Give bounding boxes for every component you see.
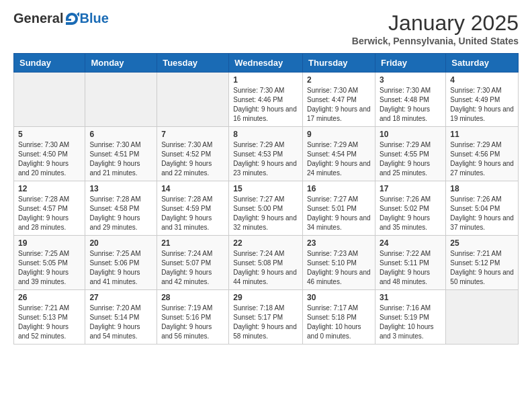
table-row: 13Sunrise: 7:28 AMSunset: 4:58 PMDayligh… xyxy=(85,181,157,236)
day-info: Sunrise: 7:30 AMSunset: 4:52 PMDaylight:… xyxy=(161,140,224,178)
table-row: 11Sunrise: 7:29 AMSunset: 4:56 PMDayligh… xyxy=(446,127,519,181)
day-info: Sunrise: 7:24 AMSunset: 5:07 PMDaylight:… xyxy=(161,249,224,287)
day-number: 31 xyxy=(380,293,441,302)
day-info: Sunrise: 7:22 AMSunset: 5:11 PMDaylight:… xyxy=(380,249,441,287)
header-wednesday: Wednesday xyxy=(229,54,303,73)
table-row: 10Sunrise: 7:29 AMSunset: 4:55 PMDayligh… xyxy=(375,127,445,181)
header-monday: Monday xyxy=(85,54,157,73)
day-number: 28 xyxy=(161,293,224,302)
day-info: Sunrise: 7:30 AMSunset: 4:50 PMDaylight:… xyxy=(18,140,81,178)
table-row: 14Sunrise: 7:28 AMSunset: 4:59 PMDayligh… xyxy=(157,181,229,236)
day-number: 19 xyxy=(18,238,81,248)
day-number: 2 xyxy=(307,75,371,85)
day-number: 15 xyxy=(233,184,298,193)
day-info: Sunrise: 7:24 AMSunset: 5:08 PMDaylight:… xyxy=(233,249,298,287)
header-tuesday: Tuesday xyxy=(157,54,229,73)
table-row: 30Sunrise: 7:17 AMSunset: 5:18 PMDayligh… xyxy=(303,290,375,345)
table-row: 6Sunrise: 7:30 AMSunset: 4:51 PMDaylight… xyxy=(85,127,157,181)
day-number: 17 xyxy=(380,184,441,193)
day-number: 8 xyxy=(233,130,298,139)
calendar-week-4: 19Sunrise: 7:25 AMSunset: 5:05 PMDayligh… xyxy=(14,236,519,290)
location: Berwick, Pennsylvania, United States xyxy=(352,36,519,46)
day-number: 1 xyxy=(233,75,298,85)
day-number: 25 xyxy=(450,238,514,248)
title-section: January 2025 Berwick, Pennsylvania, Unit… xyxy=(352,11,519,46)
table-row: 5Sunrise: 7:30 AMSunset: 4:50 PMDaylight… xyxy=(14,127,85,181)
table-row: 27Sunrise: 7:20 AMSunset: 5:14 PMDayligh… xyxy=(85,290,157,345)
table-row: 21Sunrise: 7:24 AMSunset: 5:07 PMDayligh… xyxy=(157,236,229,290)
table-row: 16Sunrise: 7:27 AMSunset: 5:01 PMDayligh… xyxy=(303,181,375,236)
day-number: 12 xyxy=(18,184,81,193)
header-sunday: Sunday xyxy=(14,54,85,73)
table-row: 18Sunrise: 7:26 AMSunset: 5:04 PMDayligh… xyxy=(446,181,519,236)
logo-general-text: General xyxy=(13,11,63,26)
day-number: 21 xyxy=(161,238,224,248)
day-number: 13 xyxy=(89,184,152,193)
table-row: 2Sunrise: 7:30 AMSunset: 4:47 PMDaylight… xyxy=(303,73,375,127)
day-number: 7 xyxy=(161,130,224,139)
day-info: Sunrise: 7:25 AMSunset: 5:05 PMDaylight:… xyxy=(18,249,81,287)
table-row: 24Sunrise: 7:22 AMSunset: 5:11 PMDayligh… xyxy=(375,236,445,290)
day-number: 5 xyxy=(18,130,81,139)
day-info: Sunrise: 7:20 AMSunset: 5:14 PMDaylight:… xyxy=(89,304,152,341)
day-info: Sunrise: 7:21 AMSunset: 5:13 PMDaylight:… xyxy=(18,304,81,341)
day-number: 14 xyxy=(161,184,224,193)
table-row: 12Sunrise: 7:28 AMSunset: 4:57 PMDayligh… xyxy=(14,181,85,236)
day-info: Sunrise: 7:26 AMSunset: 5:04 PMDaylight:… xyxy=(450,195,514,232)
table-row: 15Sunrise: 7:27 AMSunset: 5:00 PMDayligh… xyxy=(229,181,303,236)
logo-icon xyxy=(64,11,79,26)
day-info: Sunrise: 7:28 AMSunset: 4:58 PMDaylight:… xyxy=(89,195,152,232)
logo: General Blue xyxy=(13,11,109,26)
calendar-week-2: 5Sunrise: 7:30 AMSunset: 4:50 PMDaylight… xyxy=(14,127,519,181)
table-row xyxy=(14,73,85,127)
header-saturday: Saturday xyxy=(446,54,519,73)
table-row: 26Sunrise: 7:21 AMSunset: 5:13 PMDayligh… xyxy=(14,290,85,345)
table-row: 9Sunrise: 7:29 AMSunset: 4:54 PMDaylight… xyxy=(303,127,375,181)
day-info: Sunrise: 7:18 AMSunset: 5:17 PMDaylight:… xyxy=(233,304,298,341)
day-info: Sunrise: 7:23 AMSunset: 5:10 PMDaylight:… xyxy=(307,249,371,287)
table-row xyxy=(85,73,157,127)
table-row: 8Sunrise: 7:29 AMSunset: 4:53 PMDaylight… xyxy=(229,127,303,181)
day-number: 27 xyxy=(89,293,152,302)
table-row: 22Sunrise: 7:24 AMSunset: 5:08 PMDayligh… xyxy=(229,236,303,290)
header-row: Sunday Monday Tuesday Wednesday Thursday… xyxy=(14,54,519,73)
calendar-week-3: 12Sunrise: 7:28 AMSunset: 4:57 PMDayligh… xyxy=(14,181,519,236)
header: General Blue January 2025 Berwick, Penns… xyxy=(13,11,519,46)
table-row: 7Sunrise: 7:30 AMSunset: 4:52 PMDaylight… xyxy=(157,127,229,181)
calendar: Sunday Monday Tuesday Wednesday Thursday… xyxy=(13,53,519,345)
day-info: Sunrise: 7:27 AMSunset: 5:01 PMDaylight:… xyxy=(307,195,371,232)
logo-blue-text: Blue xyxy=(79,11,108,26)
table-row: 20Sunrise: 7:25 AMSunset: 5:06 PMDayligh… xyxy=(85,236,157,290)
day-number: 24 xyxy=(380,238,441,248)
day-info: Sunrise: 7:27 AMSunset: 5:00 PMDaylight:… xyxy=(233,195,298,232)
table-row: 17Sunrise: 7:26 AMSunset: 5:02 PMDayligh… xyxy=(375,181,445,236)
day-info: Sunrise: 7:26 AMSunset: 5:02 PMDaylight:… xyxy=(380,195,441,232)
day-number: 20 xyxy=(89,238,152,248)
day-info: Sunrise: 7:19 AMSunset: 5:16 PMDaylight:… xyxy=(161,304,224,341)
day-info: Sunrise: 7:21 AMSunset: 5:12 PMDaylight:… xyxy=(450,249,514,287)
header-friday: Friday xyxy=(375,54,445,73)
table-row xyxy=(157,73,229,127)
day-number: 3 xyxy=(380,75,441,85)
table-row: 4Sunrise: 7:30 AMSunset: 4:49 PMDaylight… xyxy=(446,73,519,127)
day-number: 16 xyxy=(307,184,371,193)
calendar-week-5: 26Sunrise: 7:21 AMSunset: 5:13 PMDayligh… xyxy=(14,290,519,345)
table-row xyxy=(446,290,519,345)
day-number: 4 xyxy=(450,75,514,85)
day-info: Sunrise: 7:29 AMSunset: 4:54 PMDaylight:… xyxy=(307,140,371,178)
day-number: 22 xyxy=(233,238,298,248)
table-row: 25Sunrise: 7:21 AMSunset: 5:12 PMDayligh… xyxy=(446,236,519,290)
day-info: Sunrise: 7:17 AMSunset: 5:18 PMDaylight:… xyxy=(307,304,371,341)
day-info: Sunrise: 7:28 AMSunset: 4:57 PMDaylight:… xyxy=(18,195,81,232)
day-number: 6 xyxy=(89,130,152,139)
day-info: Sunrise: 7:25 AMSunset: 5:06 PMDaylight:… xyxy=(89,249,152,287)
table-row: 23Sunrise: 7:23 AMSunset: 5:10 PMDayligh… xyxy=(303,236,375,290)
table-row: 29Sunrise: 7:18 AMSunset: 5:17 PMDayligh… xyxy=(229,290,303,345)
day-info: Sunrise: 7:29 AMSunset: 4:56 PMDaylight:… xyxy=(450,140,514,178)
day-number: 29 xyxy=(233,293,298,302)
calendar-week-1: 1Sunrise: 7:30 AMSunset: 4:46 PMDaylight… xyxy=(14,73,519,127)
month-title: January 2025 xyxy=(352,11,519,36)
header-thursday: Thursday xyxy=(303,54,375,73)
day-info: Sunrise: 7:28 AMSunset: 4:59 PMDaylight:… xyxy=(161,195,224,232)
day-info: Sunrise: 7:30 AMSunset: 4:46 PMDaylight:… xyxy=(233,86,298,124)
